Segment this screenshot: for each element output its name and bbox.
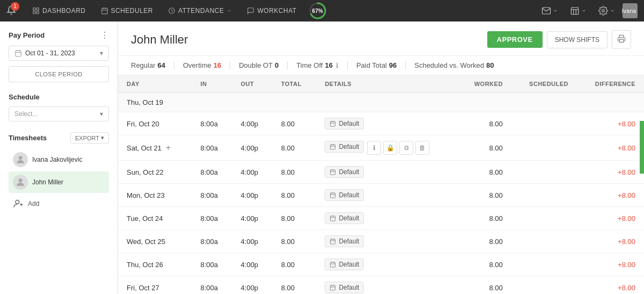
- cell-difference: +8.00: [577, 161, 644, 184]
- scheduled-vs-worked-value: 80: [486, 61, 494, 69]
- cell-scheduled: [511, 135, 577, 161]
- day-label: Fri, Oct 27: [127, 284, 159, 292]
- table-row: Fri, Oct 278:00a4:00p8.00 Default 8.00+8…: [118, 276, 644, 295]
- cell-worked: [458, 93, 511, 112]
- cell-total: 8.00: [273, 161, 317, 184]
- svg-rect-38: [331, 216, 335, 221]
- nav-dashboard[interactable]: Dashboard: [25, 0, 93, 21]
- svg-rect-46: [331, 262, 335, 267]
- cell-total: 8.00: [273, 253, 317, 276]
- cell-in: 8:00a: [192, 161, 232, 184]
- nav-user-avatar[interactable]: Ivana: [623, 3, 638, 18]
- user-name-john: John Miller: [32, 178, 63, 186]
- nav-attendance[interactable]: Attendance: [160, 0, 239, 21]
- cell-total: 8.00: [273, 276, 317, 295]
- nav-settings-icon[interactable]: [594, 6, 619, 16]
- cell-scheduled: [511, 93, 577, 112]
- approve-button[interactable]: Approve: [487, 31, 543, 48]
- cell-details: Default: [316, 276, 458, 295]
- detail-badge[interactable]: Default: [325, 235, 364, 247]
- nav-scheduler[interactable]: Scheduler: [93, 0, 161, 21]
- cell-in: 8:00a: [192, 184, 232, 207]
- progress-label: 67%: [312, 8, 323, 14]
- cell-difference: +8.00: [577, 207, 644, 230]
- pay-period-section: Pay Period ⋮ Oct 01 - 31, 2023 ▾ Close P…: [0, 30, 118, 82]
- nav-workchat[interactable]: Workchat: [239, 0, 304, 21]
- cell-details: Default: [316, 253, 458, 276]
- time-off-info-icon[interactable]: ℹ: [336, 62, 339, 69]
- detail-badge[interactable]: Default: [325, 118, 364, 130]
- diff-value: +8.00: [618, 238, 635, 246]
- nav-store-icon[interactable]: [566, 6, 591, 16]
- lock-action-icon[interactable]: 🔒: [383, 141, 397, 155]
- timesheet-table-container: Day In Out Total Details Worked Schedule…: [118, 75, 644, 294]
- svg-rect-50: [331, 285, 335, 290]
- cell-total: 8.00: [273, 207, 317, 230]
- svg-rect-1: [36, 8, 39, 10]
- svg-point-11: [602, 10, 605, 12]
- delete-action-icon[interactable]: 🗑: [415, 141, 429, 155]
- cell-scheduled: [511, 253, 577, 276]
- calendar-badge-icon: [330, 144, 336, 150]
- schedule-select[interactable]: Select... ▾: [9, 106, 109, 121]
- timesheets-header: Timesheets Export ▾: [9, 132, 109, 144]
- cell-difference: +8.00: [577, 135, 644, 161]
- cell-worked: 8.00: [458, 161, 511, 184]
- info-action-icon[interactable]: ℹ: [367, 141, 381, 155]
- top-nav: 1 Dashboard Scheduler Attendance Workcha…: [0, 0, 644, 21]
- pay-period-selector[interactable]: Oct 01 - 31, 2023 ▾: [9, 46, 109, 61]
- add-user-button[interactable]: Add: [9, 195, 109, 212]
- cell-details: Default: [316, 112, 458, 135]
- progress-indicator[interactable]: 67%: [309, 2, 327, 20]
- col-details: Details: [316, 75, 458, 93]
- add-row-button[interactable]: +: [164, 143, 173, 153]
- detail-badge[interactable]: Default: [325, 141, 364, 153]
- pay-period-chevron-icon: ▾: [100, 49, 103, 57]
- schedule-section: Schedule Select... ▾: [0, 93, 118, 121]
- cell-day: Thu, Oct 26: [118, 253, 192, 276]
- user-john[interactable]: John Miller: [9, 171, 109, 193]
- sidebar: Pay Period ⋮ Oct 01 - 31, 2023 ▾ Close P…: [0, 21, 118, 294]
- table-row: Thu, Oct 268:00a4:00p8.00 Default 8.00+8…: [118, 253, 644, 276]
- print-button[interactable]: [612, 30, 631, 49]
- copy-action-icon[interactable]: ⧉: [399, 141, 413, 155]
- calendar-badge-icon: [330, 261, 336, 268]
- cell-worked: 8.00: [458, 253, 511, 276]
- user-ivana[interactable]: Ivana Jakovlijevic: [9, 149, 109, 170]
- export-button[interactable]: Export ▾: [70, 132, 109, 144]
- cell-difference: +8.00: [577, 112, 644, 135]
- timesheets-section: Timesheets Export ▾ Ivana Jakovlijevic J…: [0, 132, 118, 212]
- svg-rect-3: [33, 11, 35, 13]
- nav-messages-icon[interactable]: [537, 6, 562, 16]
- diff-value: +8.00: [618, 261, 635, 269]
- regular-label: Regular: [131, 61, 156, 69]
- cell-details: Default: [316, 207, 458, 230]
- close-period-button[interactable]: Close Period: [9, 66, 109, 82]
- scheduled-vs-worked-label: Scheduled vs. Worked: [414, 61, 484, 69]
- cell-out: 4:00p: [232, 184, 273, 207]
- need-help-button[interactable]: Need Help?: [640, 120, 644, 173]
- summary-paid-total: Paid Total 96: [356, 61, 406, 69]
- notification-bell[interactable]: 1: [6, 5, 16, 17]
- detail-badge[interactable]: Default: [325, 259, 364, 270]
- table-body: Thu, Oct 19Fri, Oct 208:00a4:00p8.00 Def…: [118, 93, 644, 295]
- detail-badge[interactable]: Default: [325, 282, 364, 293]
- store-chevron-icon: [581, 8, 587, 13]
- time-off-value: 16: [325, 61, 332, 69]
- cell-out: 4:00p: [232, 230, 273, 253]
- cell-total: 8.00: [273, 184, 317, 207]
- show-shifts-button[interactable]: Show Shifts: [547, 31, 608, 48]
- pay-period-menu-icon[interactable]: ⋮: [100, 30, 109, 40]
- calendar-badge-icon: [330, 284, 336, 291]
- detail-badge[interactable]: Default: [325, 166, 364, 178]
- day-label: Mon, Oct 23: [127, 191, 165, 199]
- detail-badge[interactable]: Default: [325, 212, 364, 224]
- schedule-placeholder: Select...: [14, 110, 38, 118]
- col-scheduled: Scheduled: [511, 75, 577, 93]
- detail-badge[interactable]: Default: [325, 189, 364, 201]
- cell-in: 8:00a: [192, 207, 232, 230]
- diff-value: +8.00: [618, 120, 635, 128]
- summary-overtime: Overtime 16: [183, 61, 230, 69]
- cell-day: Tue, Oct 24: [118, 207, 192, 230]
- table-row: Tue, Oct 248:00a4:00p8.00 Default 8.00+8…: [118, 207, 644, 230]
